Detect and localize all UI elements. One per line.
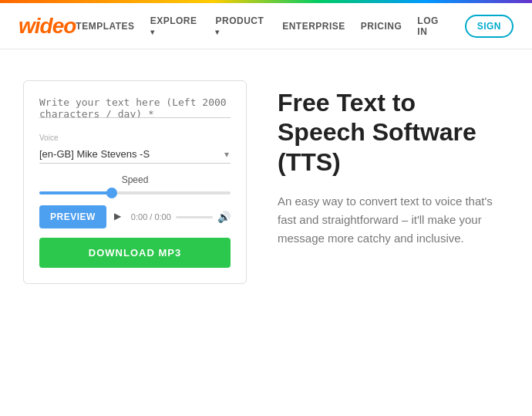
- logo[interactable]: wideo: [19, 14, 76, 39]
- description-panel: Free Text to Speech Software (TTS) An ea…: [278, 80, 509, 284]
- nav-product[interactable]: PRODUCT: [215, 15, 267, 37]
- text-area-section: [39, 96, 231, 121]
- text-input[interactable]: [39, 96, 231, 118]
- audio-track[interactable]: [176, 216, 213, 218]
- nav-login[interactable]: LOG IN: [417, 15, 449, 37]
- tts-panel: Voice [en-GB] Mike Stevens -S Speed PREV…: [23, 80, 247, 284]
- audio-player: ▶ 0:00 / 0:00 🔊: [114, 211, 231, 223]
- actions-row: PREVIEW ▶ 0:00 / 0:00 🔊: [39, 205, 231, 228]
- voice-section: Voice [en-GB] Mike Stevens -S: [39, 134, 231, 164]
- voice-select[interactable]: [en-GB] Mike Stevens -S: [39, 145, 231, 164]
- description-body: An easy way to convert text to voice tha…: [278, 192, 509, 248]
- speed-slider-fill: [39, 191, 112, 194]
- play-icon[interactable]: ▶: [114, 211, 126, 223]
- nav: TEMPLATES EXPLORE PRODUCT ENTERPRISE PRI…: [76, 15, 513, 38]
- speed-slider-thumb[interactable]: [106, 188, 117, 198]
- main-content: Voice [en-GB] Mike Stevens -S Speed PREV…: [0, 49, 532, 315]
- voice-label: Voice: [39, 134, 231, 142]
- time-display: 0:00 / 0:00: [131, 212, 171, 222]
- nav-enterprise[interactable]: ENTERPRISE: [282, 21, 345, 32]
- speed-section: Speed: [39, 174, 231, 194]
- voice-select-wrapper: [en-GB] Mike Stevens -S: [39, 145, 231, 164]
- nav-signup-button[interactable]: SIGN: [465, 15, 513, 38]
- preview-button[interactable]: PREVIEW: [39, 205, 106, 228]
- speed-label: Speed: [39, 174, 231, 185]
- nav-pricing[interactable]: PRICING: [361, 21, 402, 32]
- nav-explore[interactable]: EXPLORE: [150, 15, 200, 37]
- description-title: Free Text to Speech Software (TTS): [278, 88, 509, 177]
- header: wideo TEMPLATES EXPLORE PRODUCT ENTERPRI…: [0, 3, 532, 49]
- volume-icon[interactable]: 🔊: [217, 211, 231, 223]
- nav-templates[interactable]: TEMPLATES: [76, 21, 134, 32]
- download-mp3-button[interactable]: DOWNLOAD MP3: [39, 238, 231, 268]
- speed-slider-track: [39, 191, 231, 194]
